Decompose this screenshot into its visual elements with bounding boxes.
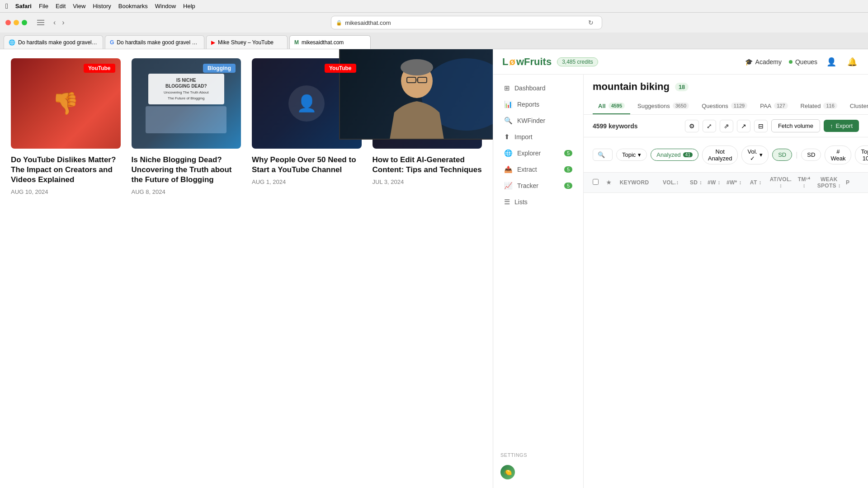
main-content: mountain biking 18 All 4595 Suggestions … (584, 75, 868, 488)
reports-icon: 📊 (504, 100, 513, 108)
logo-o: ø (509, 56, 515, 68)
explorer-badge: 5 (564, 150, 572, 156)
menu-history[interactable]: History (93, 3, 111, 9)
sidebar-explorer-label: Explorer (517, 150, 541, 157)
vol-filter-button[interactable]: Vol. ✓ ▾ (741, 145, 769, 164)
tab-all-label: All (598, 103, 606, 109)
academy-icon: 🎓 (745, 58, 753, 66)
logo-text: L (502, 56, 508, 68)
sidebar-lists-label: Lists (514, 198, 528, 206)
article-card-2[interactable]: IS NICHEBLOGGING DEAD?Uncovering The Tru… (132, 58, 241, 195)
dashboard-icon: ⊞ (504, 84, 510, 92)
sd-text-filter-button[interactable]: SD (801, 149, 821, 161)
th-checkbox[interactable] (593, 179, 603, 186)
page-title-row: mountain biking 18 (593, 81, 859, 93)
th-at[interactable]: AT ↕ (746, 179, 766, 186)
user-icon-button[interactable]: 👤 (825, 55, 838, 69)
browser-tab-3[interactable]: ▶ Mike Shuey – YouTube (206, 35, 288, 49)
back-button[interactable]: ‹ (51, 17, 58, 28)
sd-filter-button[interactable]: SD (772, 149, 792, 161)
svg-rect-1 (37, 22, 44, 23)
svg-rect-0 (37, 20, 44, 21)
chevron-down-vol-icon: ▾ (760, 151, 763, 158)
sidebar-item-explorer[interactable]: 🌐 Explorer 5 (497, 145, 580, 161)
queues-button[interactable]: Queues (789, 58, 817, 66)
sidebar-item-extract[interactable]: 📤 Extract 5 (497, 162, 580, 177)
address-bar[interactable]: 🔒 mikesaidthat.com ↻ (331, 16, 602, 29)
tab-related[interactable]: Related 116 (795, 98, 843, 114)
th-p: P (846, 179, 859, 186)
menu-edit[interactable]: Edit (56, 3, 66, 9)
settings-tool-button[interactable]: ⚙ (685, 120, 699, 132)
browser-tab-1[interactable]: 🌐 Do hardtails make good gravel bikes? (4, 35, 103, 49)
sidebar-item-kwfinder[interactable]: 🔍 KWFinder (497, 113, 580, 128)
tab-all[interactable]: All 4595 (593, 98, 630, 114)
academy-button[interactable]: 🎓 Academy (745, 58, 782, 66)
th-atvol[interactable]: AT/VOL. ↕ (769, 176, 793, 189)
table-scroll-area[interactable] (584, 193, 868, 488)
keywords-count: 4599 keywords (593, 122, 638, 130)
select-all-checkbox[interactable] (593, 179, 599, 185)
sidebar-item-dashboard[interactable]: ⊞ Dashboard (497, 80, 580, 96)
not-analyzed-filter-label: Not Analyzed (708, 148, 732, 162)
queues-dot (789, 60, 793, 64)
menu-file[interactable]: File (39, 3, 48, 9)
tracker-icon: 📈 (504, 182, 513, 190)
sidebar-kwfinder-label: KWFinder (517, 117, 545, 124)
menu-help[interactable]: Help (183, 3, 195, 9)
not-analyzed-filter-button[interactable]: Not Analyzed (702, 145, 738, 164)
tracker-badge: 5 (564, 183, 572, 189)
sidebar-item-import[interactable]: ⬆ Import (497, 129, 580, 145)
apple-menu[interactable]:  (5, 2, 8, 10)
fetch-volume-button[interactable]: Fetch volume (771, 119, 820, 132)
share2-tool-button[interactable]: ↗ (737, 120, 750, 132)
lowfruits-bottom-icon[interactable]: 🍋 (500, 465, 515, 479)
menu-safari[interactable]: Safari (15, 3, 32, 9)
webcam-overlay (339, 49, 493, 140)
th-sd[interactable]: SD ↕ (683, 179, 703, 186)
sidebar-tracker-label: Tracker (517, 182, 538, 189)
browser-tab-2[interactable]: G Do hardtails make good gravel bikes? –… (105, 35, 204, 49)
topic-filter-button[interactable]: Topic ▾ (616, 149, 647, 161)
grid-tool-button[interactable]: ⊟ (754, 120, 768, 132)
browser-tabs-bar: 🌐 Do hardtails make good gravel bikes? G… (0, 33, 868, 49)
sidebar-item-reports[interactable]: 📊 Reports (497, 97, 580, 112)
th-w2[interactable]: #W* ↕ (726, 179, 742, 186)
top10-filter-button[interactable]: Top 10 (855, 145, 868, 164)
tab-paa-label: PAA (760, 103, 771, 109)
fullscreen-window-button[interactable] (22, 20, 27, 25)
kwfinder-icon: 🔍 (504, 117, 513, 125)
tab-related-label: Related (801, 103, 821, 109)
analyzed-filter-button[interactable]: Analyzed 41 (651, 149, 698, 161)
tab-clusters[interactable]: Clusters (844, 98, 868, 114)
sidebar-item-lists[interactable]: ☰ Lists (497, 194, 580, 210)
sidebar-dashboard-label: Dashboard (514, 84, 546, 92)
sidebar-item-tracker[interactable]: 📈 Tracker 5 (497, 178, 580, 193)
th-vol[interactable]: VOL.↕ (652, 179, 679, 186)
sidebar-toggle-button[interactable] (34, 18, 47, 27)
tab-suggestions[interactable]: Suggestions 3650 (632, 98, 694, 114)
reload-button[interactable]: ↻ (585, 17, 597, 28)
close-window-button[interactable] (5, 20, 11, 25)
th-w[interactable]: #W ↕ (706, 179, 722, 186)
article-image-2: IS NICHEBLOGGING DEAD?Uncovering The Tru… (132, 58, 241, 149)
forward-button[interactable]: › (59, 17, 67, 28)
expand-tool-button[interactable]: ⤢ (703, 120, 716, 132)
menu-bookmarks[interactable]: Bookmarks (118, 3, 148, 9)
tab-questions[interactable]: Questions 1129 (696, 98, 753, 114)
weak-filter-button[interactable]: # Weak (825, 145, 851, 164)
th-tm[interactable]: TM¹⁴ ↕ (796, 176, 812, 189)
lock-icon: 🔒 (336, 20, 342, 26)
minimize-window-button[interactable] (14, 20, 19, 25)
article-card-1[interactable]: 👎 YouTube Do YouTube Dislikes Matter? Th… (11, 58, 121, 195)
th-ws[interactable]: WEAK SPOTS ↕ (816, 176, 842, 189)
notification-bell-button[interactable]: 🔔 (845, 55, 859, 69)
search-input-wrap[interactable]: 🔍 (593, 149, 613, 161)
menu-view[interactable]: View (73, 3, 85, 9)
export-button[interactable]: ↑ Export (824, 120, 859, 132)
menu-window[interactable]: Window (155, 3, 176, 9)
tab-paa[interactable]: PAA 127 (755, 98, 793, 114)
share-tool-button[interactable]: ⇗ (720, 120, 733, 132)
th-keyword[interactable]: KEYWORD (620, 179, 649, 186)
browser-tab-4[interactable]: M mikesaidthat.com (289, 35, 371, 49)
